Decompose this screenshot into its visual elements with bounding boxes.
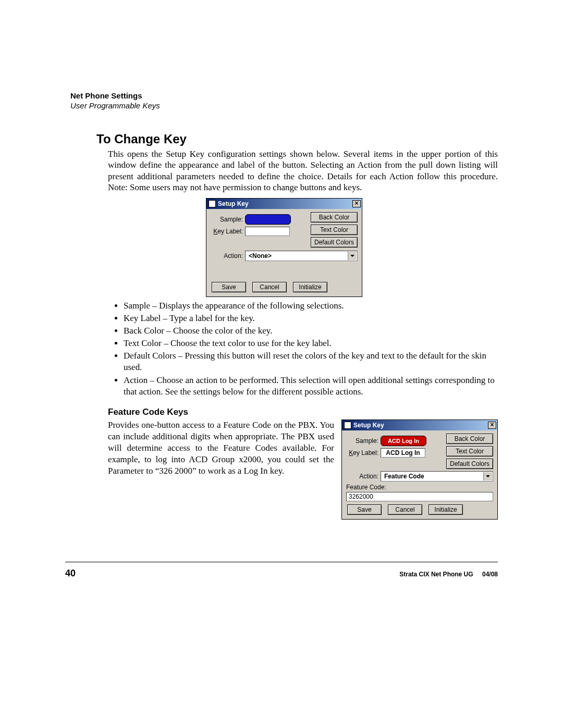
cancel-button[interactable]: Cancel xyxy=(388,504,422,515)
list-item: Sample – Displays the appearance of the … xyxy=(124,300,498,312)
footer-rule xyxy=(65,562,498,562)
sample-swatch: ACD Log In xyxy=(381,436,426,446)
text-color-button[interactable]: Text Color xyxy=(446,446,493,456)
footer-date: 04/08 xyxy=(482,571,498,578)
setup-key-dialog-1: Setup Key × Sample: Key Label: Back Col xyxy=(206,198,362,297)
chevron-down-icon[interactable] xyxy=(348,252,357,260)
dialog-titlebar[interactable]: Setup Key × xyxy=(342,420,497,430)
page-number: 40 xyxy=(65,568,76,579)
sample-text: ACD Log In xyxy=(388,438,419,444)
initialize-button[interactable]: Initialize xyxy=(429,504,463,515)
keylabel-input[interactable]: ACD Log In xyxy=(381,448,425,458)
page-header-subtitle: User Programmable Keys xyxy=(70,101,498,110)
sample-label: Sample: xyxy=(346,437,381,445)
close-icon[interactable]: × xyxy=(488,422,496,429)
sample-swatch xyxy=(245,214,291,225)
list-item: Default Colors – Pressing this button wi… xyxy=(124,350,498,373)
setup-key-dialog-2: Setup Key × Sample: ACD Log In Key L xyxy=(341,419,498,520)
feature-code-label: Feature Code: xyxy=(346,484,493,491)
default-colors-button[interactable]: Default Colors xyxy=(446,459,493,469)
save-button[interactable]: Save xyxy=(212,282,246,292)
back-color-button[interactable]: Back Color xyxy=(311,212,358,223)
action-select[interactable]: <None> xyxy=(245,251,358,261)
page-header-title: Net Phone Settings xyxy=(70,91,498,100)
action-select[interactable]: Feature Code xyxy=(381,471,493,482)
footer-doc-title: Strata CIX Net Phone UG xyxy=(399,571,473,578)
feature-heading: Feature Code Keys xyxy=(108,407,498,417)
keylabel-input[interactable] xyxy=(245,227,290,236)
window-icon xyxy=(344,422,351,429)
action-value: <None> xyxy=(249,252,272,260)
list-item: Text Color – Choose the text color to us… xyxy=(124,338,498,349)
action-value: Feature Code xyxy=(384,473,424,480)
dialog-title: Setup Key xyxy=(218,200,249,207)
list-item: Key Label – Type a label for the key. xyxy=(124,313,498,324)
cancel-button[interactable]: Cancel xyxy=(252,282,287,292)
dialog-title: Setup Key xyxy=(353,422,384,429)
list-item: Action – Choose an action to be performe… xyxy=(124,375,498,398)
feature-code-value: 3262000 xyxy=(349,493,373,500)
keylabel-label: Key Label: xyxy=(211,228,245,235)
section-heading: To Change Key xyxy=(96,132,498,146)
section-intro: This opens the Setup Key configuration s… xyxy=(108,149,498,193)
bullet-list: Sample – Displays the appearance of the … xyxy=(108,300,498,398)
footer-right: Strata CIX Net Phone UG 04/08 xyxy=(399,571,498,578)
list-item: Back Color – Choose the color of the key… xyxy=(124,325,498,337)
feature-text: Provides one-button access to a Feature … xyxy=(108,419,334,477)
keylabel-label: Key Label: xyxy=(346,449,381,456)
default-colors-button[interactable]: Default Colors xyxy=(311,237,358,248)
action-label: Action: xyxy=(346,473,381,480)
action-label: Action: xyxy=(211,252,245,260)
close-icon[interactable]: × xyxy=(352,200,361,207)
chevron-down-icon[interactable] xyxy=(483,472,492,480)
initialize-button[interactable]: Initialize xyxy=(293,282,327,292)
sample-label: Sample: xyxy=(211,216,245,223)
back-color-button[interactable]: Back Color xyxy=(446,434,493,444)
window-icon xyxy=(209,200,216,207)
save-button[interactable]: Save xyxy=(347,504,382,515)
feature-code-input[interactable]: 3262000 xyxy=(346,492,493,501)
dialog-titlebar[interactable]: Setup Key × xyxy=(206,199,362,209)
text-color-button[interactable]: Text Color xyxy=(311,225,358,235)
